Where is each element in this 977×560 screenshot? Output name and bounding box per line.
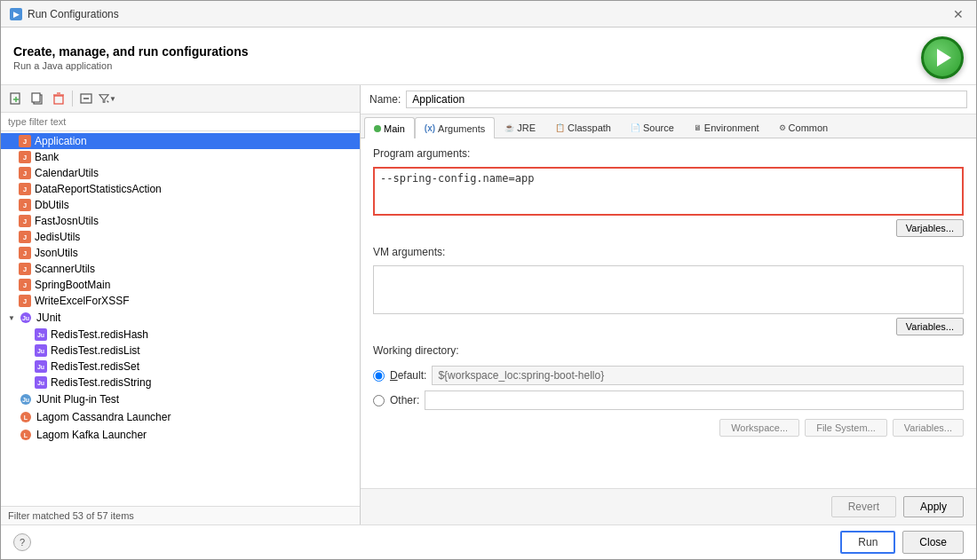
help-button[interactable]: ? [13,533,31,551]
default-radio[interactable] [373,370,385,382]
header-section: Create, manage, and run configurations R… [1,28,976,85]
revert-button: Revert [831,496,896,517]
variables-button: Variables... [893,419,964,437]
svg-text:L: L [24,432,28,438]
config-name-input[interactable] [406,91,967,108]
jre-tab-icon: ☕ [504,123,514,132]
tree-item-lagom-cassandra[interactable]: L Lagom Cassandra Launcher [1,408,360,426]
other-radio-row: Other: [373,390,964,410]
tree-item-bank[interactable]: J Bank [1,149,360,165]
delete-config-button[interactable] [49,89,68,108]
tab-arguments[interactable]: (x) Arguments [415,117,495,138]
svg-text:Ju: Ju [22,397,29,403]
run-action-button[interactable]: Run [840,531,895,554]
tab-source[interactable]: 📄 Source [621,117,684,138]
tree-item-scannerutils[interactable]: J ScannerUtils [1,261,360,277]
java-icon: J [19,183,31,195]
tree-item-label: WriteExcelForXSSF [35,295,129,307]
vm-args-input[interactable] [373,265,964,314]
window-close-button[interactable]: ✕ [949,5,967,23]
tree-item-redistest-set[interactable]: Ju RedisTest.redisSet [1,359,360,375]
tabs-bar: Main (x) Arguments ☕ JRE 📋 Classpath 📄 S… [361,114,976,138]
filter-button[interactable]: ▼ [98,89,117,108]
java-icon: J [19,247,31,259]
tree-item-jedisutils[interactable]: J JedisUtils [1,229,360,245]
tab-main-label: Main [384,123,405,134]
tree-item-label: FastJosnUtils [35,215,99,227]
tree-item-junit-plugin[interactable]: Ju JUnit Plug-in Test [1,390,360,408]
junit-plugin-icon: Ju [19,392,33,406]
bottom-buttons: Revert Apply [361,488,976,525]
tree-item-redistest-string[interactable]: Ju RedisTest.redisString [1,375,360,390]
program-args-input[interactable]: --spring-config.name=app [373,167,964,216]
junit-icon: Ju [35,328,47,341]
svg-rect-5 [54,96,63,104]
tree-container: J Application J Bank J CalendarUtils J D… [1,131,360,506]
tree-item-writeexcel[interactable]: J WriteExcelForXSSF [1,293,360,309]
filesystem-button: File System... [805,419,887,437]
tree-item-lagom-kafka[interactable]: L Lagom Kafka Launcher [1,426,360,444]
apply-button[interactable]: Apply [903,496,964,517]
filter-input[interactable] [1,113,360,131]
tree-item-calendarutils[interactable]: J CalendarUtils [1,165,360,181]
tab-main[interactable]: Main [364,117,415,138]
java-icon: J [19,295,31,307]
java-icon: J [19,231,31,243]
junit-icon: Ju [35,344,47,357]
svg-line-11 [107,101,108,103]
default-radio-label: Default: [390,369,426,382]
lagom-icon: L [19,410,33,424]
tab-environment-label: Environment [704,122,759,133]
classpath-tab-icon: 📋 [555,123,565,132]
main-tab-icon [374,125,381,132]
tree-item-label: RedisTest.redisList [51,344,140,357]
java-icon: J [19,263,31,275]
other-radio[interactable] [373,395,385,406]
java-icon: J [19,199,31,211]
tree-item-springbootmain[interactable]: J SpringBootMain [1,277,360,293]
close-action-button[interactable]: Close [902,531,964,554]
tree-item-label: DataReportStatisticsAction [35,183,162,195]
main-content: ▼ J Application J Bank [1,85,976,525]
tab-jre[interactable]: ☕ JRE [495,117,545,138]
default-radio-row: Default: [373,366,964,385]
tab-common-label: Common [789,122,829,133]
tree-item-label: SpringBootMain [35,279,110,291]
working-dir-section: Working directory: Default: Other: Works… [373,344,964,437]
tab-arguments-label: Arguments [438,123,485,134]
tree-item-label: DbUtils [35,199,69,211]
env-tab-icon: 🖥 [694,123,702,132]
tree-item-label: JUnit Plug-in Test [36,393,119,406]
toolbar-separator-1 [72,91,73,106]
run-button[interactable] [921,36,964,79]
collapse-all-button[interactable] [76,89,96,108]
new-config-button[interactable] [6,89,26,108]
vm-args-variables-button[interactable]: Variables... [896,318,964,335]
tree-item-redistest-list[interactable]: Ju RedisTest.redisList [1,343,360,359]
tree-item-label: Lagom Kafka Launcher [36,429,147,441]
tree-item-label: ScannerUtils [35,263,95,275]
program-args-variables-button[interactable]: Varjables... [896,219,964,237]
tree-item-jsonutils[interactable]: J JsonUtils [1,245,360,261]
dialog-icon: ▶ [10,8,22,20]
header-left: Create, manage, and run configurations R… [13,44,249,71]
filter-status: Filter matched 53 of 57 items [1,506,360,525]
other-dir-input[interactable] [425,390,964,410]
duplicate-config-button[interactable] [28,89,47,108]
tab-source-label: Source [643,122,674,133]
tree-item-label: RedisTest.redisString [51,376,151,389]
lagom-kafka-icon: L [19,428,33,442]
tree-item-dbutils[interactable]: J DbUtils [1,197,360,213]
expand-arrow [6,136,17,146]
tab-classpath[interactable]: 📋 Classpath [545,117,621,138]
workspace-button: Workspace... [719,419,799,437]
tree-item-fastjosn[interactable]: J FastJosnUtils [1,213,360,229]
tree-item-application[interactable]: J Application [1,133,360,149]
tab-environment[interactable]: 🖥 Environment [684,117,769,138]
tree-item-redistest-hash[interactable]: Ju RedisTest.redisHash [1,327,360,343]
title-bar: ▶ Run Configurations ✕ [1,1,976,28]
tab-common[interactable]: ⚙ Common [769,117,838,138]
tree-item-datareport[interactable]: J DataReportStatisticsAction [1,181,360,197]
tree-item-label: RedisTest.redisHash [51,328,148,341]
tree-item-junit-group[interactable]: ▼ Ju JUnit [1,309,360,327]
